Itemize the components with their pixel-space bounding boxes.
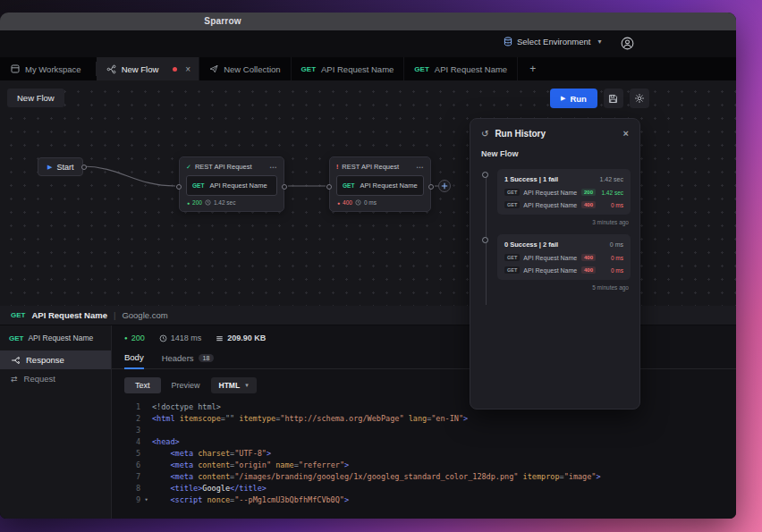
tab-label: Headers bbox=[162, 353, 194, 363]
method-badge: GET bbox=[9, 334, 23, 342]
request-name: API Request Name bbox=[523, 190, 578, 196]
fold-gutter bbox=[140, 436, 152, 448]
flow-node-fail[interactable]: ! REST API Request ••• GET API Request N… bbox=[329, 156, 431, 212]
format-dropdown[interactable]: HTML ▾ bbox=[211, 377, 257, 393]
tab-api-request-1[interactable]: GET API Request Name bbox=[292, 57, 405, 80]
close-icon[interactable]: × bbox=[623, 128, 629, 139]
gear-icon bbox=[634, 93, 645, 104]
run-history-flow-name: New Flow bbox=[470, 146, 639, 167]
tabbar: My Workspace New Flow × New Collection G… bbox=[0, 57, 736, 80]
request-name: API Request Name bbox=[31, 310, 106, 320]
run-history-title: Run History bbox=[495, 129, 546, 139]
sidebar-request: GET API Request Name bbox=[0, 332, 111, 350]
run-timestamp: 3 minutes ago bbox=[499, 219, 629, 225]
fold-chevron-icon[interactable]: ▾ bbox=[140, 494, 152, 506]
start-label: Start bbox=[56, 163, 73, 172]
request-name: API Request Name bbox=[360, 182, 417, 190]
play-icon: ▶ bbox=[47, 164, 52, 171]
run-request-row[interactable]: GET API Request Name 400 0 ms bbox=[504, 266, 623, 274]
method-badge: GET bbox=[301, 65, 316, 73]
history-icon: ↺ bbox=[481, 129, 488, 139]
settings-button[interactable] bbox=[630, 89, 649, 108]
node-status: ● 200 1.42 sec bbox=[180, 199, 284, 211]
response-branch-icon bbox=[11, 356, 20, 365]
flow-node-success[interactable]: ✓ REST API Request ••• GET API Request N… bbox=[179, 156, 284, 212]
fold-gutter bbox=[140, 448, 152, 460]
tab-label: New Collection bbox=[224, 64, 280, 74]
tab-headers[interactable]: Headers 18 bbox=[162, 352, 215, 368]
start-node[interactable]: ▶ Start bbox=[38, 157, 83, 176]
flow-name-chip: New Flow bbox=[7, 89, 64, 107]
run-card[interactable]: 0 Success | 2 fail 0 ms GET API Request … bbox=[497, 234, 631, 280]
run-history-list: 1 Success | 1 fail 1.42 sec GET API Requ… bbox=[470, 167, 639, 291]
line-number: 8 bbox=[124, 483, 140, 494]
window-title: Sparrow bbox=[182, 16, 263, 26]
node-header: ✓ REST API Request ••• bbox=[180, 157, 284, 174]
account-button[interactable] bbox=[621, 37, 634, 50]
node-request[interactable]: GET API Request Name bbox=[186, 175, 277, 196]
status-dot: ● bbox=[337, 200, 340, 206]
tab-new-collection[interactable]: New Collection bbox=[199, 57, 291, 80]
save-button[interactable] bbox=[604, 89, 623, 108]
code-line: 7 <meta content="/images/branding/google… bbox=[124, 471, 736, 483]
method-badge: GET bbox=[343, 182, 354, 189]
view-preview-button[interactable]: Preview bbox=[172, 381, 200, 390]
node-menu-button[interactable]: ••• bbox=[417, 165, 424, 170]
line-number: 4 bbox=[124, 436, 140, 448]
divider: | bbox=[114, 310, 115, 320]
clock-icon bbox=[205, 199, 211, 206]
fold-gutter bbox=[140, 483, 152, 494]
view-text-button[interactable]: Text bbox=[124, 377, 161, 393]
environment-selector[interactable]: Select Environment ▾ bbox=[504, 37, 601, 46]
duration: 1.42 sec bbox=[599, 190, 623, 196]
status-badge: 400 bbox=[581, 266, 596, 274]
run-button[interactable]: ▶ Run bbox=[550, 89, 597, 108]
workspace-label: My Workspace bbox=[25, 64, 81, 74]
fold-gutter bbox=[140, 471, 152, 483]
request-name: API Request Name bbox=[523, 255, 578, 261]
line-number: 9 bbox=[124, 494, 140, 506]
body-view-controls: Text Preview HTML ▾ bbox=[124, 377, 736, 393]
line-number: 2 bbox=[124, 413, 140, 425]
sidebar-item-request[interactable]: ⇄ Request bbox=[0, 369, 111, 388]
line-number: 1 bbox=[124, 401, 140, 413]
code-text: <!doctype html> bbox=[152, 401, 221, 413]
run-request-row[interactable]: GET API Request Name 400 0 ms bbox=[504, 201, 623, 208]
run-request-row[interactable]: GET API Request Name 400 0 ms bbox=[504, 254, 623, 261]
tab-label: API Request Name bbox=[321, 64, 394, 74]
sidebar-item-my-workspace[interactable]: My Workspace bbox=[0, 57, 96, 80]
desktop: Sparrow Select Environment ▾ bbox=[0, 0, 762, 532]
node-request[interactable]: GET API Request Name bbox=[336, 175, 424, 196]
environment-label: Select Environment bbox=[517, 37, 590, 46]
node-title: REST API Request bbox=[342, 163, 399, 171]
titlebar[interactable]: Sparrow bbox=[0, 13, 736, 30]
new-tab-button[interactable]: + bbox=[518, 57, 547, 80]
tab-body[interactable]: Body bbox=[124, 352, 144, 369]
node-menu-button[interactable]: ••• bbox=[270, 165, 277, 170]
run-history-item: 1 Success | 1 fail 1.42 sec GET API Requ… bbox=[497, 169, 631, 225]
tab-close-icon[interactable]: × bbox=[185, 64, 190, 74]
fold-gutter bbox=[140, 401, 152, 413]
fold-gutter bbox=[140, 413, 152, 425]
run-timestamp: 5 minutes ago bbox=[499, 284, 629, 291]
tab-new-flow[interactable]: New Flow × bbox=[97, 57, 200, 80]
request-url: Google.com bbox=[122, 310, 167, 320]
size-icon bbox=[216, 334, 224, 342]
request-arrows-icon: ⇄ bbox=[11, 375, 18, 384]
success-check-icon: ✓ bbox=[186, 164, 191, 171]
status-code: 200 bbox=[192, 199, 202, 206]
sidebar-item-label: Response bbox=[26, 355, 64, 365]
method-badge: GET bbox=[504, 201, 520, 208]
line-number: 7 bbox=[124, 471, 140, 483]
sidebar-item-response[interactable]: Response bbox=[0, 350, 111, 369]
tab-api-request-2[interactable]: GET API Request Name bbox=[404, 57, 518, 80]
run-history-header: ↺ Run History × bbox=[470, 119, 639, 146]
code-line: 2<html itemscope="" itemtype="http://sch… bbox=[124, 413, 736, 425]
fail-exclamation-icon: ! bbox=[336, 164, 338, 170]
run-request-row[interactable]: GET API Request Name 200 1.42 sec bbox=[504, 189, 623, 196]
code-text: <meta content="origin" name="referrer"> bbox=[152, 460, 349, 471]
toolbar: Select Environment ▾ bbox=[0, 30, 736, 57]
code-lines[interactable]: 1<!doctype html>2<html itemscope="" item… bbox=[124, 401, 736, 506]
run-card[interactable]: 1 Success | 1 fail 1.42 sec GET API Requ… bbox=[497, 169, 631, 215]
unsaved-dot bbox=[173, 67, 177, 72]
